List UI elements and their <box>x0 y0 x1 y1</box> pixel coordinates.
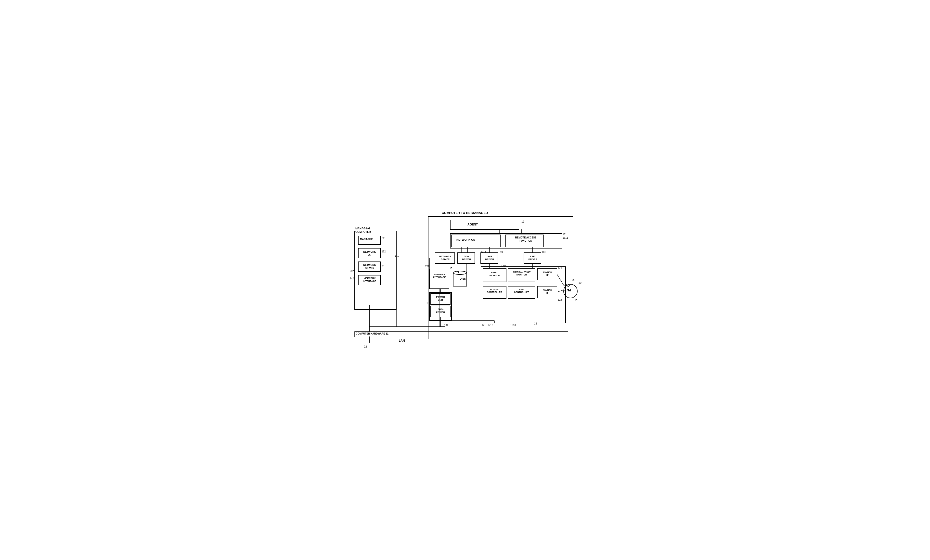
ref-124: 124 <box>558 267 562 269</box>
network-interface-left-label: NETWORKINTERFACE <box>430 273 449 279</box>
asynch-if-top-label: ASYNCHI/F <box>538 271 556 277</box>
ref-10: 10 <box>579 281 582 284</box>
agent-label: AGENT <box>467 223 478 226</box>
ref-122: 122 <box>558 299 562 301</box>
title-label: COMPUTER TO BE MANAGED <box>442 211 488 215</box>
ref-161: 161 <box>563 233 567 236</box>
fault-monitor-label: FAULTMONITOR <box>484 271 506 277</box>
svg-point-14 <box>453 271 467 275</box>
asynch-if-bot-label: ASYNCHI/F <box>538 289 556 295</box>
svg-line-50 <box>557 290 564 292</box>
motor-label: M <box>568 288 571 292</box>
line-driver-label: LINEDRIVER <box>525 255 541 261</box>
ref-1213: 1213 <box>510 324 516 327</box>
connector-lines <box>347 209 583 351</box>
lan-label: LAN <box>399 339 405 342</box>
ref-19: 19 <box>500 251 503 253</box>
ref-181: 181 <box>542 251 546 253</box>
ref-22: 22 <box>364 345 367 348</box>
ref-17: 17 <box>521 220 524 223</box>
svg-rect-1 <box>355 231 396 310</box>
ref-162: 162 <box>382 250 386 253</box>
ref-241: 241 <box>382 237 386 239</box>
ref-141: 141 <box>395 255 399 257</box>
ref-201: 201 <box>425 265 430 268</box>
sub-power-label: SUB-POWER <box>431 308 450 314</box>
ref-1211: 1211 <box>481 251 486 253</box>
ref-1214: 1214 <box>501 264 507 267</box>
svg-line-49 <box>557 274 564 285</box>
network-driver-top-label: NETWORKDRIVER <box>436 255 454 261</box>
ref-12: 12 <box>534 322 537 325</box>
power-unit-label: POWERUNIT <box>431 296 450 302</box>
ref-1611: 1611 <box>563 236 568 239</box>
ref-1212: 1212 <box>488 324 493 327</box>
network-os-left-label: NETWORKOS <box>360 250 380 256</box>
svg-rect-0 <box>428 216 573 339</box>
power-controller-label: POWERCONTROLLER <box>483 288 505 294</box>
ref-261: 261 <box>572 279 576 282</box>
ref-15: 15 <box>450 267 452 270</box>
svg-rect-3 <box>450 220 519 229</box>
ref-142: 142 <box>350 277 354 280</box>
ref-21: 21 <box>456 271 459 273</box>
line-controller-label: LINECONTROLLER <box>508 288 535 294</box>
svp-driver-label: SVPDRIVER <box>482 255 497 261</box>
ref-202: 202 <box>350 270 354 273</box>
disk-label: DISK <box>456 277 470 280</box>
network-interface-bottom-label: NETWORKINTERFACE <box>360 277 380 283</box>
computer-hardware-label: COMPUTER HARDWARE 11 <box>356 332 388 335</box>
critical-fault-monitor-label: CRITICAL FAULTMONITOR <box>508 271 535 276</box>
ref-23: 23 <box>382 265 384 268</box>
ref-121: 121 <box>482 324 486 327</box>
network-os-main-label: NETWORK OS <box>456 238 475 241</box>
managing-computer-label: MANAGINGCOMPUTER <box>356 227 371 234</box>
network-driver-left-label: NETWORKDRIVER <box>360 264 380 270</box>
ref-25: 25 <box>575 299 578 301</box>
manager-label: MANAGER <box>360 238 373 241</box>
ref-131: 131 <box>444 324 448 327</box>
ref-13: 13 <box>427 302 429 304</box>
diagram: COMPUTER TO BE MANAGED AGENT NETWORK OS … <box>347 209 583 351</box>
disk-driver-label: DISKDRIVER <box>459 255 474 261</box>
remote-access-label: REMOTE ACCESSFUNCTION <box>509 236 543 242</box>
